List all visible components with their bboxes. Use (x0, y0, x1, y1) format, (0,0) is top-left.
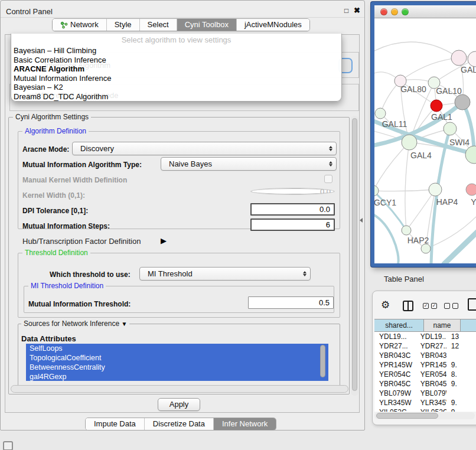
node-label: SWI4 (449, 138, 470, 147)
float-panel-icon[interactable]: □ (344, 6, 348, 15)
attribute-item-selected[interactable]: TopologicalCoefficient (26, 353, 328, 363)
network-edge[interactable] (405, 142, 409, 230)
collapse-down-icon[interactable]: ▼ (121, 321, 127, 327)
table-row[interactable]: YDR27...YDR27...12 (374, 341, 476, 351)
network-edge[interactable] (400, 58, 459, 81)
algorithm-option[interactable]: Dream8 DC_TDC Algorithm (12, 92, 340, 102)
table-column-header[interactable]: shared... (374, 319, 424, 331)
list-scrollbar-thumb[interactable] (320, 345, 325, 377)
network-canvas[interactable]: GALGAL80GAL10GAL1GAL11SWI4GAL4GCY1HAP4YH… (374, 18, 476, 263)
mi-threshold-input[interactable] (248, 296, 334, 309)
network-edge[interactable] (374, 42, 459, 58)
mi-steps-input[interactable] (250, 219, 335, 231)
algorithm-option[interactable]: Bayesian – Hill Climbing (12, 46, 340, 56)
tab-style[interactable]: Style (106, 19, 139, 31)
network-node[interactable] (402, 226, 411, 235)
table-cell: 12 (446, 341, 476, 351)
network-edge[interactable] (374, 213, 399, 263)
tab-discretize-data[interactable]: Discretize Data (144, 418, 213, 430)
network-node[interactable] (466, 184, 476, 195)
table-row[interactable]: YLR345WYLR345W9. (374, 398, 476, 407)
tab-network-label: Network (70, 19, 99, 31)
table-panel-title: Table Panel (384, 275, 424, 283)
apply-button[interactable]: Apply (158, 398, 200, 411)
algorithm-option[interactable]: Mutual Information Inference (12, 74, 340, 83)
stepper-icon (325, 161, 336, 167)
tab-jactivemnodules-label: jActiveMNodules (244, 19, 302, 31)
docked-panel-icon[interactable] (3, 441, 13, 450)
manual-kernel-width-checkbox[interactable] (324, 175, 332, 183)
sources-group-title[interactable]: Sources for Network Inference ▼ (21, 320, 129, 328)
network-node[interactable] (421, 244, 431, 253)
hub-definition-label[interactable]: Hub/Transcription Factor Definition (22, 237, 141, 246)
network-node[interactable] (465, 146, 476, 164)
close-traffic-light[interactable] (380, 8, 387, 15)
network-edge[interactable] (444, 230, 476, 263)
algorithm-option[interactable]: ARACNE Algorithm (12, 64, 340, 74)
panel-document-icon[interactable] (468, 298, 476, 311)
network-node[interactable] (451, 50, 467, 66)
table-row[interactable]: YBR045CYBR045C9. (374, 379, 476, 389)
network-edge[interactable] (374, 142, 409, 191)
select-all-checkboxes-icon[interactable]: ✓ ✓ (423, 303, 437, 309)
tab-select[interactable]: Select (139, 19, 177, 31)
column-layout-icon[interactable] (403, 301, 413, 311)
expand-right-icon[interactable]: ▶ (161, 236, 167, 245)
which-threshold-select[interactable]: MI Threshold (139, 267, 311, 281)
network-node[interactable] (429, 183, 442, 196)
table-cell: YBL079W (416, 389, 446, 398)
zoom-traffic-light[interactable] (402, 8, 409, 15)
gear-icon[interactable]: ⚙ (381, 299, 390, 311)
network-icon (60, 21, 68, 29)
deselect-all-checkboxes-icon[interactable] (444, 303, 458, 309)
dpi-tolerance-input[interactable] (250, 203, 335, 216)
close-panel-icon[interactable]: ✖ (354, 6, 360, 15)
aracne-mode-select[interactable]: Discovery (72, 142, 337, 155)
mi-type-label: Mutual Information Algorithm Type: (22, 161, 142, 169)
algorithm-option[interactable]: Basic Correlation Inference (12, 56, 340, 65)
tab-jactivemnodules[interactable]: jActiveMNodules (236, 19, 309, 31)
mi-steps-label: Mutual Information Steps: (22, 222, 110, 230)
kernel-width-input[interactable] (250, 188, 335, 195)
stepper-icon (325, 146, 336, 151)
table-row[interactable]: YIL052CYIL052C9 (374, 407, 476, 412)
algorithm-option[interactable]: Bayesian – K2 (12, 83, 340, 92)
data-attributes-list[interactable]: SelfLoopsTopologicalCoefficientBetweenne… (26, 344, 328, 381)
network-node[interactable] (455, 94, 470, 110)
network-node[interactable] (402, 135, 417, 150)
network-edge[interactable] (406, 190, 435, 230)
mi-algorithm-type-select[interactable]: Naive Bayes (161, 157, 337, 171)
table-cell: YER054C (416, 370, 446, 379)
tab-infer-network[interactable]: Infer Network (213, 418, 276, 430)
tab-cyni-toolbox[interactable]: Cyni Toolbox (177, 19, 236, 31)
attribute-item-selected[interactable]: BetweennessCentrality (26, 363, 328, 372)
table-cell: YDR27... (374, 341, 416, 351)
table-column-header[interactable] (461, 319, 476, 331)
table-column-header[interactable]: name (424, 319, 461, 331)
node-label: GAL80 (400, 84, 426, 94)
splitter-collapse-icon[interactable] (360, 218, 363, 223)
table-row[interactable]: YPR145WYPR145W9. (374, 360, 476, 370)
table-row[interactable]: YBL079WYBL079W (374, 389, 476, 398)
minimize-traffic-light[interactable] (391, 8, 398, 15)
tab-network[interactable]: Network (53, 19, 106, 31)
node-label: GAL10 (436, 86, 462, 96)
attribute-item-selected[interactable]: gal4RGexp (26, 372, 328, 381)
network-node[interactable] (375, 108, 386, 119)
table-cell: YPR145W (416, 360, 446, 370)
network-node[interactable] (431, 100, 442, 112)
table-cell: YPR145W (374, 360, 416, 370)
table-row[interactable]: YDL19...YDL19...13 (374, 332, 476, 341)
network-edge[interactable] (374, 191, 406, 230)
table-row[interactable]: YER054CYER054C8. (374, 370, 476, 379)
network-window-titlebar[interactable] (374, 5, 476, 18)
settings-vertical-scrollbar-thumb[interactable] (352, 118, 357, 391)
settings-horizontal-scrollbar-thumb[interactable] (11, 385, 348, 393)
tab-impute-data[interactable]: Impute Data (86, 418, 144, 430)
dropdown-placeholder: Select algorithm to view settings (11, 35, 341, 44)
network-node[interactable] (444, 122, 457, 135)
table-cell: YBL079W (374, 389, 416, 398)
table-horizontal-scrollbar-thumb[interactable] (376, 413, 438, 419)
table-row[interactable]: YBR043CYBR043C (374, 351, 476, 360)
attribute-item-selected[interactable]: SelfLoops (26, 344, 328, 353)
